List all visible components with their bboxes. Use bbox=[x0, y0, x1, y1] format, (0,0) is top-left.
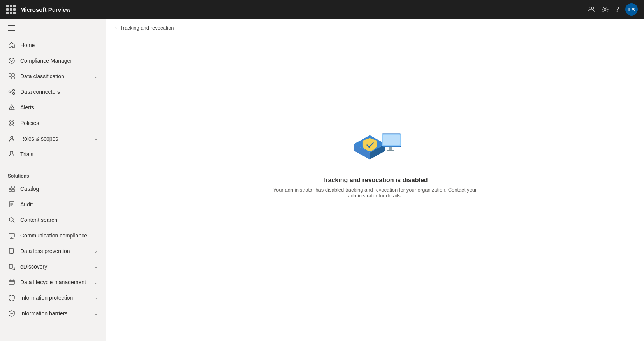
hamburger-icon bbox=[8, 25, 15, 31]
sidebar-item-trials[interactable]: Trials bbox=[0, 146, 106, 162]
sidebar-label-alerts: Alerts bbox=[20, 104, 34, 111]
sidebar-item-communication-compliance[interactable]: Communication compliance bbox=[0, 228, 106, 243]
solutions-section-label: Solutions bbox=[0, 169, 106, 181]
sidebar-label-communication-compliance: Communication compliance bbox=[20, 232, 87, 239]
communication-icon bbox=[8, 232, 16, 239]
breadcrumb-chevron-icon: › bbox=[115, 25, 117, 31]
audit-icon bbox=[8, 200, 16, 208]
chevron-down-icon-dlp: ⌄ bbox=[94, 248, 98, 254]
roles-icon bbox=[8, 135, 16, 142]
sidebar: Home Compliance Manager Da bbox=[0, 19, 106, 341]
sidebar-label-data-classification: Data classification bbox=[20, 73, 64, 79]
svg-rect-32 bbox=[383, 135, 400, 145]
sidebar-item-data-connectors[interactable]: Data connectors bbox=[0, 84, 106, 100]
svg-point-21 bbox=[9, 218, 13, 221]
help-icon[interactable]: ? bbox=[615, 5, 619, 14]
svg-point-15 bbox=[11, 136, 13, 139]
svg-point-2 bbox=[604, 9, 606, 11]
user-avatar[interactable]: LS bbox=[625, 3, 638, 16]
svg-rect-26 bbox=[9, 280, 14, 284]
sidebar-item-data-classification[interactable]: Data classification ⌄ bbox=[0, 69, 106, 84]
sidebar-item-compliance-manager[interactable]: Compliance Manager bbox=[0, 53, 106, 69]
sidebar-toggle[interactable] bbox=[0, 19, 106, 37]
sidebar-label-data-connectors: Data connectors bbox=[20, 89, 60, 95]
trials-icon bbox=[8, 150, 16, 158]
app-title: Microsoft Purview bbox=[20, 6, 70, 13]
sidebar-item-information-barriers[interactable]: Information barriers ⌄ bbox=[0, 306, 106, 321]
chevron-down-icon-lifecycle: ⌄ bbox=[94, 279, 98, 285]
sidebar-item-data-loss-prevention[interactable]: Data loss prevention ⌄ bbox=[0, 243, 106, 259]
svg-point-0 bbox=[589, 7, 591, 9]
compliance-icon bbox=[8, 57, 16, 65]
chevron-down-icon-barriers: ⌄ bbox=[94, 311, 98, 316]
sidebar-item-alerts[interactable]: Alerts bbox=[0, 100, 106, 115]
sidebar-item-roles-scopes[interactable]: Roles & scopes ⌄ bbox=[0, 131, 106, 146]
sidebar-label-policies: Policies bbox=[20, 120, 39, 126]
svg-point-11 bbox=[9, 121, 11, 122]
disabled-state-container: Tracking and revocation is disabled Your… bbox=[106, 37, 644, 271]
sidebar-item-data-lifecycle[interactable]: Data lifecycle management ⌄ bbox=[0, 274, 106, 290]
main-content-area: › Tracking and revocation bbox=[106, 19, 644, 341]
sidebar-item-home[interactable]: Home bbox=[0, 37, 106, 53]
sidebar-item-policies[interactable]: Policies bbox=[0, 115, 106, 131]
policies-icon bbox=[8, 119, 16, 127]
sidebar-label-roles-scopes: Roles & scopes bbox=[20, 135, 58, 142]
settings-icon[interactable] bbox=[601, 5, 609, 13]
svg-point-12 bbox=[12, 121, 14, 122]
svg-point-10 bbox=[13, 93, 15, 95]
sidebar-label-information-protection: Information protection bbox=[20, 295, 73, 301]
svg-rect-6 bbox=[9, 77, 11, 79]
dlp-icon bbox=[8, 247, 16, 255]
catalog-icon bbox=[8, 185, 16, 193]
svg-rect-19 bbox=[12, 189, 14, 192]
svg-point-14 bbox=[12, 124, 14, 125]
sidebar-label-information-barriers: Information barriers bbox=[20, 310, 67, 316]
sidebar-label-audit: Audit bbox=[20, 201, 33, 207]
barriers-icon bbox=[8, 309, 16, 317]
svg-rect-5 bbox=[12, 74, 14, 76]
sidebar-label-trials: Trials bbox=[20, 151, 33, 157]
info-protection-icon bbox=[8, 294, 16, 302]
sidebar-item-information-protection[interactable]: Information protection ⌄ bbox=[0, 290, 106, 306]
svg-rect-4 bbox=[9, 74, 11, 76]
sidebar-item-ediscovery[interactable]: eDiscovery ⌄ bbox=[0, 259, 106, 274]
search-icon bbox=[8, 216, 16, 224]
chevron-down-icon-ediscovery: ⌄ bbox=[94, 264, 98, 269]
svg-point-13 bbox=[9, 124, 11, 125]
sidebar-label-content-search: Content search bbox=[20, 217, 57, 223]
sidebar-divider bbox=[8, 165, 98, 165]
tracking-revocation-illustration bbox=[344, 110, 406, 164]
topbar: Microsoft Purview ? LS bbox=[0, 0, 644, 19]
lifecycle-icon bbox=[8, 278, 16, 286]
data-classification-icon bbox=[8, 72, 16, 80]
app-launcher-icon[interactable] bbox=[6, 5, 16, 14]
svg-rect-18 bbox=[9, 189, 11, 192]
sidebar-label-data-lifecycle: Data lifecycle management bbox=[20, 279, 86, 285]
svg-rect-7 bbox=[12, 77, 14, 79]
sidebar-label-ediscovery: eDiscovery bbox=[20, 264, 47, 270]
breadcrumb-item: Tracking and revocation bbox=[120, 25, 174, 31]
svg-point-3 bbox=[9, 58, 14, 63]
sidebar-label-home: Home bbox=[20, 42, 35, 48]
ediscovery-icon bbox=[8, 263, 16, 271]
svg-rect-33 bbox=[389, 147, 392, 150]
sidebar-label-catalog: Catalog bbox=[20, 186, 39, 192]
svg-rect-16 bbox=[9, 186, 11, 188]
svg-rect-22 bbox=[9, 233, 14, 237]
sidebar-label-compliance-manager: Compliance Manager bbox=[20, 58, 72, 64]
sidebar-item-content-search[interactable]: Content search bbox=[0, 212, 106, 228]
chevron-down-icon-roles: ⌄ bbox=[94, 136, 98, 141]
people-icon[interactable] bbox=[587, 5, 595, 13]
data-connectors-icon bbox=[8, 88, 16, 96]
disabled-description: Your administrator has disabled tracking… bbox=[258, 187, 492, 199]
breadcrumb: › Tracking and revocation bbox=[106, 19, 644, 37]
sidebar-item-catalog[interactable]: Catalog bbox=[0, 181, 106, 197]
svg-point-9 bbox=[13, 90, 15, 91]
sidebar-label-dlp: Data loss prevention bbox=[20, 248, 70, 254]
sidebar-item-audit[interactable]: Audit bbox=[0, 197, 106, 212]
svg-rect-17 bbox=[12, 186, 14, 188]
disabled-title: Tracking and revocation is disabled bbox=[322, 177, 428, 184]
alerts-icon bbox=[8, 104, 16, 111]
chevron-down-icon-info-protection: ⌄ bbox=[94, 295, 98, 301]
svg-point-1 bbox=[591, 7, 594, 9]
